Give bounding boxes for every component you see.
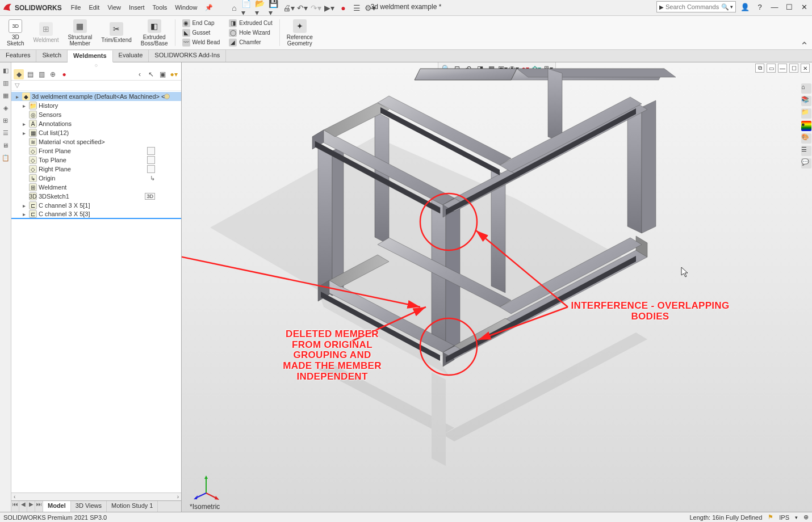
tree-item-1[interactable]: ◎Sensors <box>11 110 181 119</box>
expander-icon[interactable]: ▸ <box>20 211 27 217</box>
menu-edit[interactable]: Edit <box>85 3 103 12</box>
plane-display-icon[interactable] <box>147 165 155 173</box>
tab-sketch[interactable]: Sketch <box>36 50 68 62</box>
tree-root[interactable]: ▸ ◆ 3d weldment example (Default<As Mach… <box>11 92 181 101</box>
status-flag-icon[interactable]: ⚑ <box>768 513 773 521</box>
tree-tab-config-icon[interactable]: ▤ <box>25 69 35 79</box>
tab-evaluate[interactable]: Evaluate <box>113 50 149 62</box>
redo-icon[interactable]: ↷▾ <box>309 2 322 14</box>
origin-display-icon[interactable]: ↳ <box>150 175 155 182</box>
menu-pin-icon[interactable]: 📌 <box>202 3 216 12</box>
expander-icon[interactable]: ▸ <box>14 94 20 100</box>
scroll-left-icon[interactable]: ‹ <box>14 494 15 500</box>
tree-item-9[interactable]: ⊞Weldment <box>11 183 181 192</box>
search-input[interactable] <box>665 3 721 10</box>
btab-motion[interactable]: Motion Study 1 <box>107 501 158 512</box>
rail-icon-3[interactable]: ▦ <box>1 91 10 100</box>
appearance-dot-icon[interactable] <box>164 94 170 99</box>
rib-extruded-cut[interactable]: ◨Extruded Cut <box>228 19 273 28</box>
tree-item-3[interactable]: ▸▦Cut list(12) <box>11 128 181 137</box>
tree-sphere-icon[interactable]: ●▾ <box>169 69 179 79</box>
status-units-dropdown-icon[interactable]: ▾ <box>795 515 798 520</box>
btab-last-icon[interactable]: ⏭ <box>35 501 43 512</box>
tree-item-7[interactable]: ◇Right Plane <box>11 165 181 174</box>
status-gear-icon[interactable]: ⊕ <box>803 513 809 521</box>
save-icon[interactable]: 💾▾ <box>269 2 281 14</box>
tree-tab-display-icon[interactable]: ▥ <box>36 69 47 79</box>
ribbon-collapse-icon[interactable]: ⌃ <box>800 40 809 52</box>
menu-file[interactable]: File <box>68 3 85 12</box>
tab-addins[interactable]: SOLIDWORKS Add-Ins <box>149 50 226 62</box>
print-icon[interactable]: 🖨▾ <box>282 2 295 14</box>
tree-item-8[interactable]: ↳Origin↳ <box>11 174 181 183</box>
rail-icon-6[interactable]: ☰ <box>1 128 10 137</box>
tree-back-icon[interactable]: ‹ <box>135 69 145 79</box>
feature-tree[interactable]: ▸ ◆ 3d weldment example (Default<As Mach… <box>11 91 181 492</box>
rib-trim-extend[interactable]: ✂ Trim/Extend <box>97 17 136 48</box>
rail-icon-4[interactable]: ◈ <box>1 103 10 112</box>
rib-chamfer[interactable]: ◢Chamfer <box>228 38 273 47</box>
tree-item-11[interactable]: ▸⊏C channel 3 X 5[1] <box>11 201 181 210</box>
expander-icon[interactable]: ▸ <box>20 203 27 209</box>
search-icon[interactable]: 🔍 <box>721 3 729 11</box>
rail-icon-7[interactable]: 🖥 <box>1 141 10 150</box>
expander-icon[interactable]: ▸ <box>20 130 27 136</box>
tree-drag-handle[interactable]: ○ <box>11 62 181 68</box>
filter-icon[interactable]: ▽ <box>15 82 19 89</box>
tab-features[interactable]: Features <box>0 50 36 62</box>
btab-first-icon[interactable]: ⏮ <box>11 501 19 512</box>
expander-icon[interactable]: ▸ <box>20 121 27 127</box>
rebuild-icon[interactable]: ● <box>337 2 349 14</box>
plane-display-icon[interactable] <box>147 156 155 164</box>
rib-gusset[interactable]: ◣Gusset <box>181 28 221 37</box>
rib-weld-bead[interactable]: 〰Weld Bead <box>181 38 221 47</box>
tree-tab-feature-icon[interactable]: ◆ <box>14 69 24 79</box>
graphics-viewport[interactable]: 🔍 ⊡ ↶ ◨ ▦ ▣▾ 👁▾ ●▾ ✿▾ 🖥▾ ⧉ ▭ — ☐ ✕ ⌂ 📚 📁… <box>182 62 812 512</box>
tab-weldments[interactable]: Weldments <box>68 50 112 62</box>
rib-end-cap[interactable]: ◉End Cap <box>181 19 221 28</box>
orientation-triad[interactable] <box>192 473 220 502</box>
rail-icon-1[interactable]: ◧ <box>1 66 10 75</box>
rail-icon-5[interactable]: ⊞ <box>1 116 10 125</box>
scroll-right-icon[interactable]: › <box>177 494 179 500</box>
expander-icon[interactable]: ▸ <box>20 103 27 109</box>
rail-icon-2[interactable]: ▥ <box>1 78 10 87</box>
options-icon[interactable]: ☰ <box>350 2 363 14</box>
rail-icon-8[interactable]: 📋 <box>1 153 10 162</box>
select-icon[interactable]: ▶▾ <box>323 2 336 14</box>
minimize-button[interactable]: — <box>769 1 780 12</box>
tree-item-4[interactable]: ≋Material <not specified> <box>11 137 181 146</box>
rib-ref-geom[interactable]: ✦ Reference Geometry <box>282 17 317 48</box>
tree-cube-icon[interactable]: ▣ <box>157 69 168 79</box>
tree-tab-prop-icon[interactable]: ⊕ <box>48 69 58 79</box>
btab-3dviews[interactable]: 3D Views <box>71 501 107 512</box>
tree-item-12[interactable]: ▸⊏C channel 3 X 5[3] <box>11 210 181 219</box>
close-button[interactable]: ✕ <box>798 1 810 12</box>
plane-display-icon[interactable] <box>147 147 155 155</box>
maximize-button[interactable]: ☐ <box>784 1 795 12</box>
tree-tab-appearance-icon[interactable]: ● <box>59 69 69 79</box>
rib-extruded-boss[interactable]: ◧ Extruded Boss/Base <box>136 17 173 48</box>
tree-item-6[interactable]: ◇Top Plane <box>11 155 181 165</box>
btab-model[interactable]: Model <box>43 501 71 512</box>
search-dropdown-icon[interactable]: ▾ <box>730 4 733 10</box>
rib-hole-wizard[interactable]: ◯Hole Wizard <box>228 28 273 37</box>
search-commands[interactable]: ▶ 🔍 ▾ <box>656 1 736 12</box>
menu-window[interactable]: Window <box>171 3 200 12</box>
status-units[interactable]: IPS <box>779 514 789 521</box>
menu-insert[interactable]: Insert <box>125 3 148 12</box>
btab-prev-icon[interactable]: ◀ <box>19 501 27 512</box>
tree-item-0[interactable]: ▸📁History <box>11 101 181 110</box>
help-icon[interactable]: ? <box>754 1 765 12</box>
menu-view[interactable]: View <box>104 3 124 12</box>
home-icon[interactable]: ⌂ <box>228 2 240 14</box>
open-icon[interactable]: 📂▾ <box>255 2 267 14</box>
tree-item-2[interactable]: ▸AAnnotations <box>11 119 181 128</box>
undo-icon[interactable]: ↶▾ <box>296 2 308 14</box>
tree-fly-icon[interactable]: ↖ <box>146 69 156 79</box>
rib-weldment[interactable]: ⊞ Weldment <box>29 17 64 48</box>
new-icon[interactable]: 📄▾ <box>241 2 254 14</box>
menu-tools[interactable]: Tools <box>149 3 171 12</box>
tree-scroll-bar[interactable]: ‹ › <box>11 492 181 500</box>
rib-structural-member[interactable]: ▦ Structural Member <box>63 17 97 48</box>
